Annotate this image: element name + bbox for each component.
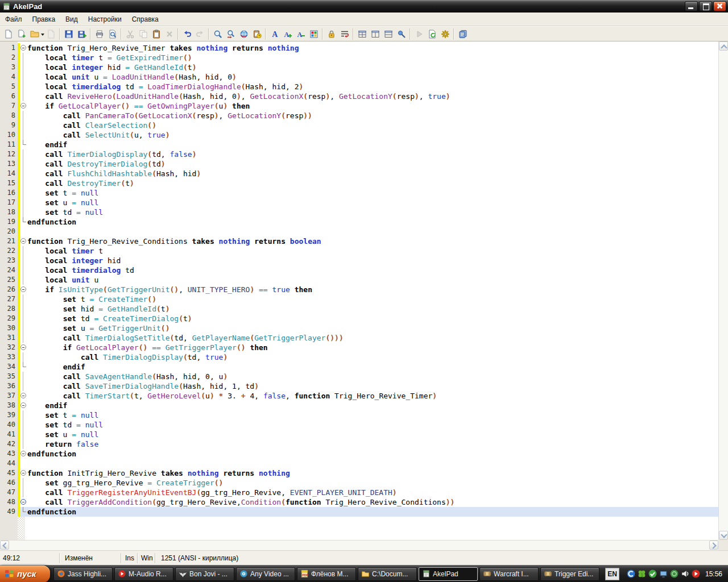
code-line-11[interactable]: 11 endif (0, 140, 718, 149)
code-line-29[interactable]: 29 set td = CreateTimerDialog(t) (0, 314, 718, 323)
code-line-7[interactable]: 7 if GetLocalPlayer() == GetOwningPlayer… (0, 101, 718, 111)
code-line-2[interactable]: 2 local timer t = GetExpiredTimer() (0, 53, 718, 63)
split-window-horizontal-button[interactable] (382, 28, 395, 40)
code-line-13[interactable]: 13 call DestroyTimerDialog(td) (0, 159, 718, 169)
code-line-42[interactable]: 42 return false (0, 439, 718, 449)
new-document-button[interactable] (2, 28, 15, 40)
plugins-notepad-button[interactable] (456, 28, 469, 40)
network-green-tray-icon[interactable] (669, 569, 679, 579)
code-line-38[interactable]: 38 endif (0, 401, 718, 410)
print-button[interactable] (93, 28, 106, 40)
code-line-44[interactable]: 44 (0, 459, 718, 468)
display-tray-icon[interactable] (659, 569, 668, 579)
undo-button[interactable] (180, 28, 193, 40)
scroll-left-button[interactable] (0, 541, 9, 550)
code-line-30[interactable]: 30 set u = GetTriggerUnit() (0, 323, 718, 333)
language-indicator[interactable]: EN (605, 568, 619, 580)
code-line-34[interactable]: 34 endif (0, 362, 718, 372)
code-line-37[interactable]: 37 call TimerStart(t, GetHeroLevel(u) * … (0, 391, 718, 401)
code-line-4[interactable]: 4 local unit u = LoadUnitHandle(Hash, hi… (0, 72, 718, 82)
print-preview-button[interactable] (106, 28, 119, 40)
code-line-19[interactable]: 19endfunction (0, 217, 718, 227)
read-only-lock-button[interactable] (325, 28, 338, 40)
editor-area[interactable]: 1function Trig_Hero_Revive_Timer takes n… (0, 41, 718, 540)
word-wrap-button[interactable] (338, 28, 351, 40)
antivirus-check-tray-icon[interactable] (648, 569, 657, 579)
taskbar-button-scroll-editor[interactable]: Warcraft I... (479, 567, 539, 581)
taskbar-button-bat-player[interactable]: Bon Jovi - ... (175, 567, 234, 581)
scroll-up-button[interactable] (719, 41, 728, 51)
menu-help[interactable]: Справка (127, 13, 164, 26)
menu-file[interactable]: Файл (0, 13, 27, 26)
code-line-24[interactable]: 24 local timerdialog td (0, 265, 718, 275)
code-line-31[interactable]: 31 call TimerDialogSetTitle(td, GetPlaye… (0, 333, 718, 343)
find-files-button[interactable] (237, 28, 250, 40)
code-line-10[interactable]: 10 call SelectUnit(u, true) (0, 130, 718, 140)
code-line-6[interactable]: 6 call ReviveHero(LoadUnitHandle(Hash, h… (0, 92, 718, 101)
taskbar-button-scroll-editor[interactable]: Trigger Edi... (540, 567, 599, 581)
taskbar-button-akelpad[interactable]: AkelPad (419, 567, 478, 581)
always-on-top-pin-button[interactable] (395, 28, 408, 40)
code-line-47[interactable]: 47 call TriggerRegisterAnyUnitEventBJ(gg… (0, 488, 718, 497)
font-decrease-button[interactable] (294, 28, 307, 40)
fold-marker[interactable] (20, 43, 27, 53)
menu-edit[interactable]: Правка (27, 13, 61, 26)
fold-marker[interactable] (20, 236, 27, 246)
paste-button[interactable] (150, 28, 163, 40)
scroll-right-button[interactable] (709, 541, 718, 550)
taskbar-button-firefox[interactable]: Jass Highli... (53, 567, 113, 581)
settings-gear-button[interactable] (439, 28, 452, 40)
fold-marker[interactable] (20, 391, 27, 401)
code-line-48[interactable]: 48 call TriggerAddCondition(gg_trg_Hero_… (0, 497, 718, 507)
code-line-33[interactable]: 33 call TimerDialogDisplay(td, true) (0, 352, 718, 362)
fold-marker[interactable] (20, 285, 27, 294)
fold-marker[interactable] (20, 343, 27, 352)
fold-marker[interactable] (20, 497, 27, 507)
code-line-23[interactable]: 23 local integer hid (0, 256, 718, 265)
code-line-9[interactable]: 9 call ClearSelection() (0, 120, 718, 130)
code-line-12[interactable]: 12 call TimerDialogDisplay(td, false) (0, 149, 718, 159)
font-increase-button[interactable] (281, 28, 294, 40)
code-line-49[interactable]: 49endfunction (0, 507, 718, 517)
code-line-28[interactable]: 28 set hid = GetHandleId(t) (0, 304, 718, 314)
new-tab-button[interactable] (15, 28, 28, 40)
code-line-45[interactable]: 45function InitTrig_Hero_Revive takes no… (0, 468, 718, 478)
code-line-25[interactable]: 25 local unit u (0, 275, 718, 285)
start-button[interactable]: пуск (0, 566, 50, 582)
code-line-20[interactable]: 20 (0, 227, 718, 236)
code-line-5[interactable]: 5 local timerdialog td = LoadTimerDialog… (0, 82, 718, 92)
taskbar-button-folder[interactable]: C:\Docum... (358, 567, 417, 581)
replace-button[interactable] (224, 28, 237, 40)
fold-marker[interactable] (20, 101, 27, 111)
fold-marker[interactable] (20, 468, 27, 478)
minimize-button[interactable] (685, 1, 698, 11)
color-settings-button[interactable] (307, 28, 320, 40)
code-line-17[interactable]: 17 set u = null (0, 198, 718, 207)
font-button[interactable] (268, 28, 281, 40)
code-line-40[interactable]: 40 set td = null (0, 420, 718, 430)
fold-marker[interactable] (20, 449, 27, 459)
fold-marker[interactable] (20, 401, 27, 410)
code-line-14[interactable]: 14 call FlushChildHashtable(Hash, hid) (0, 169, 718, 178)
split-window-vertical-button[interactable] (369, 28, 382, 40)
volume-tray-icon[interactable] (680, 569, 690, 579)
code-line-18[interactable]: 18 set td = null (0, 207, 718, 217)
open-folder-button[interactable] (28, 28, 41, 40)
save-file-button[interactable] (62, 28, 75, 40)
code-line-22[interactable]: 22 local timer t (0, 246, 718, 256)
menu-settings[interactable]: Настройки (83, 13, 127, 26)
split-window-4-button[interactable] (355, 28, 369, 40)
code-line-36[interactable]: 36 call SaveTimerDialogHandle(Hash, hid,… (0, 381, 718, 391)
media-player-red-tray-icon[interactable] (691, 569, 701, 579)
menu-view[interactable]: Вид (60, 13, 83, 26)
vertical-scrollbar[interactable] (718, 41, 728, 540)
taskbar-button-pdf-document[interactable]: Флёнов М... (297, 567, 356, 581)
horizontal-scrollbar[interactable] (0, 540, 718, 550)
taskbar-button-video-converter[interactable]: Any Video ... (236, 567, 295, 581)
code-line-21[interactable]: 21function Trig_Hero_Revive_Conditions t… (0, 236, 718, 246)
code-line-3[interactable]: 3 local integer hid = GetHandleId(t) (0, 63, 718, 72)
execute-script-button[interactable] (425, 28, 439, 40)
clipboard-history-button[interactable] (250, 28, 263, 40)
code-line-8[interactable]: 8 call PanCameraTo(GetLocationX(resp), G… (0, 111, 718, 120)
code-line-15[interactable]: 15 call DestroyTimer(t) (0, 178, 718, 188)
